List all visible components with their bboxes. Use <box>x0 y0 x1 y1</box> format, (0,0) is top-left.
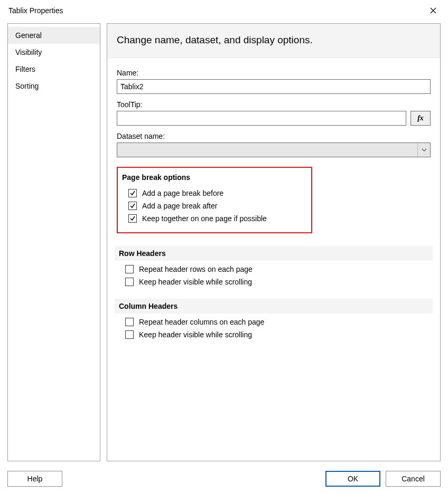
dialog-body: General Visibility Filters Sorting Chang… <box>7 23 441 461</box>
name-label: Name: <box>117 69 431 77</box>
help-button[interactable]: Help <box>7 471 62 487</box>
main-panel: Change name, dataset, and display option… <box>107 23 441 461</box>
check-row-header-visible[interactable]: Keep header visible while scrolling <box>125 278 431 286</box>
sidebar-item-label: General <box>15 31 42 40</box>
check-page-break-after[interactable]: Add a page break after <box>128 202 307 210</box>
dataset-select[interactable] <box>117 143 431 157</box>
fx-icon: fx <box>417 114 424 122</box>
panel-heading: Change name, dataset, and display option… <box>107 24 440 58</box>
checkbox-icon <box>125 278 134 286</box>
checkbox-icon <box>128 202 137 210</box>
check-repeat-header-rows[interactable]: Repeat header rows on each page <box>125 265 431 273</box>
expression-button[interactable]: fx <box>410 111 431 126</box>
check-label: Add a page break after <box>142 202 217 210</box>
row-headers-heading: Row Headers <box>115 246 433 261</box>
check-label: Repeat header rows on each page <box>139 265 253 273</box>
panel-content: Name: ToolTip: fx Dataset name: Page bre… <box>107 58 440 348</box>
sidebar-item-filters[interactable]: Filters <box>8 61 100 78</box>
check-label: Add a page break before <box>142 189 223 197</box>
sidebar-item-visibility[interactable]: Visibility <box>8 44 100 61</box>
footer: Help OK Cancel <box>7 471 441 487</box>
checkbox-icon <box>125 318 134 326</box>
checkbox-icon <box>125 330 134 339</box>
tooltip-row: fx <box>117 111 431 126</box>
dataset-label: Dataset name: <box>117 132 431 140</box>
checkbox-icon <box>128 189 137 197</box>
window-title: Tablix Properties <box>8 6 63 15</box>
page-break-highlight: Page break options Add a page break befo… <box>117 167 312 233</box>
cancel-button[interactable]: Cancel <box>386 471 441 487</box>
titlebar: Tablix Properties <box>0 0 448 21</box>
check-label: Keep together on one page if possible <box>142 214 267 223</box>
sidebar: General Visibility Filters Sorting <box>7 23 100 461</box>
check-label: Repeat header columns on each page <box>139 318 264 326</box>
sidebar-item-label: Filters <box>15 65 35 73</box>
ok-button[interactable]: OK <box>325 471 380 487</box>
sidebar-item-label: Visibility <box>15 48 42 56</box>
sidebar-item-label: Sorting <box>15 82 39 90</box>
check-label: Keep header visible while scrolling <box>139 330 252 339</box>
column-headers-heading: Column Headers <box>115 299 433 314</box>
name-input[interactable] <box>117 79 431 94</box>
tooltip-label: ToolTip: <box>117 100 431 109</box>
dataset-select-wrap <box>117 143 431 157</box>
page-break-heading: Page break options <box>122 170 307 185</box>
check-label: Keep header visible while scrolling <box>139 278 252 286</box>
sidebar-item-general[interactable]: General <box>8 27 100 44</box>
check-keep-together[interactable]: Keep together on one page if possible <box>128 214 307 223</box>
check-page-break-before[interactable]: Add a page break before <box>128 189 307 197</box>
check-column-header-visible[interactable]: Keep header visible while scrolling <box>125 330 431 339</box>
close-icon <box>430 7 436 14</box>
close-button[interactable] <box>425 4 442 17</box>
check-repeat-header-columns[interactable]: Repeat header columns on each page <box>125 318 431 326</box>
checkbox-icon <box>125 265 134 273</box>
sidebar-item-sorting[interactable]: Sorting <box>8 78 100 94</box>
tooltip-input[interactable] <box>117 111 406 126</box>
checkbox-icon <box>128 214 137 223</box>
